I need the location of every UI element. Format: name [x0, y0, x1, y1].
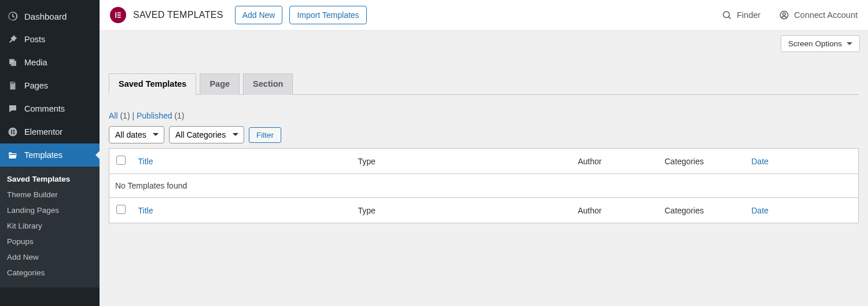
sidebar-item-pages[interactable]: Pages	[0, 74, 100, 97]
col-title[interactable]: Title	[138, 157, 153, 166]
select-all-checkbox-footer[interactable]	[116, 205, 126, 214]
templates-table: Title Type Author Categories Date No Tem…	[109, 148, 859, 223]
admin-sidebar: Dashboard Posts Media Pages	[0, 0, 100, 306]
gauge-icon	[7, 10, 19, 22]
svg-rect-6	[115, 12, 116, 17]
page-icon	[7, 80, 19, 91]
tab-saved-templates[interactable]: Saved Templates	[109, 73, 196, 95]
svg-point-13	[783, 13, 786, 16]
svg-rect-2	[11, 130, 12, 134]
submenu-item-landing-pages[interactable]: Landing Pages	[0, 202, 100, 218]
col-author-footer: Author	[578, 206, 602, 215]
page-header: SAVED TEMPLATES Add New Import Templates…	[100, 0, 868, 31]
submenu-item-theme-builder[interactable]: Theme Builder	[0, 187, 100, 202]
svg-rect-9	[117, 17, 121, 18]
svg-point-10	[723, 12, 730, 18]
col-title-footer[interactable]: Title	[138, 206, 153, 215]
search-icon	[722, 10, 732, 20]
submenu-item-categories[interactable]: Categories	[0, 265, 100, 281]
svg-rect-7	[117, 12, 121, 13]
sidebar-item-label: Posts	[24, 35, 45, 44]
connect-account-link[interactable]: Connect Account	[779, 10, 858, 20]
template-tabs: Saved Templates Page Section	[109, 73, 859, 95]
status-all-count: (1)	[120, 111, 130, 120]
page-title: SAVED TEMPLATES	[133, 10, 223, 20]
sidebar-item-label: Dashboard	[24, 12, 67, 21]
sidebar-item-label: Pages	[24, 81, 48, 90]
svg-rect-4	[13, 131, 15, 132]
filter-button[interactable]: Filter	[249, 127, 281, 143]
comment-icon	[7, 103, 19, 115]
empty-message: No Templates found	[109, 174, 859, 198]
submenu-item-kit-library[interactable]: Kit Library	[0, 218, 100, 234]
folder-open-icon	[7, 149, 19, 161]
sidebar-item-label: Comments	[24, 104, 65, 113]
connect-account-label: Connect Account	[794, 10, 858, 20]
submenu-item-saved-templates[interactable]: Saved Templates	[0, 171, 100, 187]
col-type: Type	[358, 157, 376, 166]
table-empty-row: No Templates found	[109, 174, 859, 198]
col-author: Author	[578, 157, 602, 166]
col-date-footer[interactable]: Date	[752, 206, 769, 215]
sidebar-item-elementor[interactable]: Elementor	[0, 120, 100, 143]
table-header-row: Title Type Author Categories Date	[109, 149, 859, 174]
submenu-item-popups[interactable]: Popups	[0, 234, 100, 249]
sidebar-item-label: Elementor	[24, 127, 62, 137]
select-all-checkbox[interactable]	[116, 156, 126, 165]
elementor-icon	[7, 126, 19, 138]
table-footer-row: Title Type Author Categories Date	[109, 198, 859, 223]
svg-rect-3	[13, 130, 15, 131]
svg-rect-8	[117, 14, 121, 16]
col-type-footer: Type	[358, 206, 376, 215]
status-published-count: (1)	[174, 111, 184, 120]
main-area: SAVED TEMPLATES Add New Import Templates…	[100, 0, 868, 306]
sidebar-item-label: Templates	[24, 150, 62, 160]
sidebar-item-posts[interactable]: Posts	[0, 28, 100, 51]
filter-row: All dates All Categories Filter	[109, 126, 859, 143]
col-date[interactable]: Date	[752, 157, 769, 166]
col-categories: Categories	[665, 157, 704, 166]
status-published-link[interactable]: Published	[137, 111, 172, 120]
status-filter: All (1) | Published (1)	[109, 111, 859, 120]
caret-down-icon	[847, 42, 852, 48]
add-new-button[interactable]: Add New	[235, 6, 283, 24]
tab-section[interactable]: Section	[243, 73, 293, 95]
col-categories-footer: Categories	[665, 206, 704, 215]
sidebar-submenu: Saved Templates Theme Builder Landing Pa…	[0, 167, 100, 287]
screen-options-label: Screen Options	[788, 39, 842, 48]
finder-label: Finder	[737, 10, 760, 20]
sidebar-item-label: Media	[24, 58, 47, 67]
finder-link[interactable]: Finder	[722, 10, 760, 20]
sidebar-item-media[interactable]: Media	[0, 51, 100, 74]
import-templates-button[interactable]: Import Templates	[289, 6, 366, 24]
status-separator: |	[132, 111, 137, 120]
svg-rect-5	[13, 133, 15, 134]
elementor-logo-icon	[110, 7, 126, 23]
media-icon	[7, 57, 19, 68]
sidebar-item-templates[interactable]: Templates	[0, 143, 100, 167]
user-circle-icon	[779, 10, 789, 20]
tab-page[interactable]: Page	[200, 73, 240, 95]
sidebar-item-comments[interactable]: Comments	[0, 97, 100, 120]
status-all-link[interactable]: All	[109, 111, 118, 120]
pin-icon	[7, 34, 19, 45]
categories-select[interactable]: All Categories	[169, 126, 244, 143]
submenu-item-add-new[interactable]: Add New	[0, 249, 100, 265]
screen-options-button[interactable]: Screen Options	[781, 35, 860, 52]
svg-point-0	[11, 61, 13, 62]
dates-select[interactable]: All dates	[109, 126, 164, 143]
sidebar-item-dashboard[interactable]: Dashboard	[0, 5, 100, 28]
svg-line-11	[729, 17, 731, 19]
